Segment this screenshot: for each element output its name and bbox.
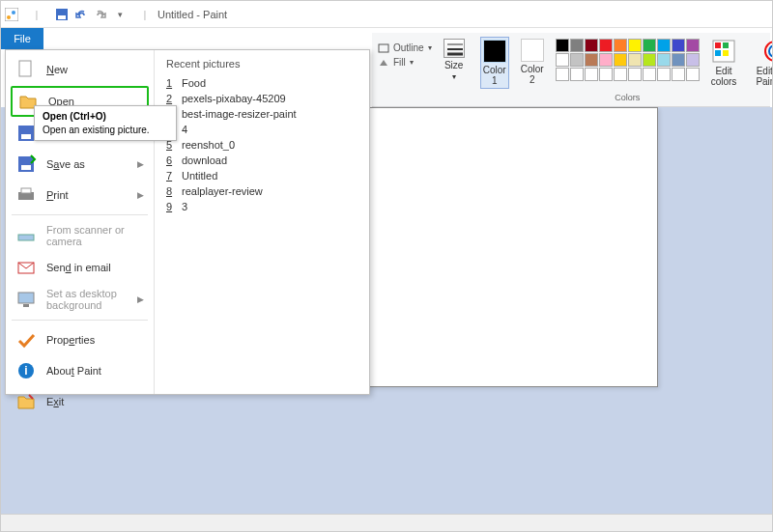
color-swatch[interactable] (585, 39, 598, 52)
submenu-arrow-icon: ▶ (137, 159, 144, 169)
edit-colors-button[interactable]: Edit colors (707, 37, 741, 89)
color-swatch[interactable] (585, 53, 598, 67)
desktop-icon (15, 289, 37, 310)
recent-item[interactable]: 6download (166, 153, 358, 168)
menu-label: Print (46, 189, 69, 201)
color-swatch[interactable] (686, 39, 700, 52)
color-swatch[interactable] (672, 53, 685, 67)
recent-index: 1 (166, 77, 176, 89)
color-swatch[interactable] (556, 68, 569, 81)
recent-item[interactable]: 2pexels-pixabay-45209 (166, 91, 358, 106)
recent-name: best-image-resizer-paint (182, 108, 297, 120)
file-tab[interactable]: File (1, 28, 43, 49)
color2-button[interactable]: Color 2 (517, 37, 548, 87)
menu-label: Set as desktop background (46, 288, 128, 311)
menu-new[interactable]: New (6, 54, 154, 85)
recent-item[interactable]: 93 (166, 199, 358, 214)
color-swatch[interactable] (556, 39, 569, 52)
color1-button[interactable]: Color 1 (480, 37, 509, 89)
color-swatch[interactable] (614, 68, 627, 81)
color-swatch[interactable] (599, 53, 613, 67)
color-swatch[interactable] (628, 68, 642, 81)
color-swatch[interactable] (672, 39, 685, 52)
menu-print[interactable]: Print▶ (6, 180, 154, 210)
recent-item[interactable]: 5reenshot_0 (166, 137, 358, 153)
color-swatch[interactable] (614, 39, 627, 52)
recent-pictures-panel: Recent pictures 1Food2pexels-pixabay-452… (155, 50, 369, 394)
submenu-arrow-icon: ▶ (137, 294, 144, 304)
print-icon (15, 184, 37, 206)
color-swatch[interactable] (657, 53, 671, 67)
svg-rect-5 (379, 44, 388, 52)
color-swatch[interactable] (599, 39, 613, 52)
svg-rect-13 (723, 50, 729, 56)
color-swatch[interactable] (686, 68, 700, 81)
status-bar (1, 514, 772, 531)
recent-item[interactable]: 8realplayer-review (166, 183, 358, 199)
submenu-arrow-icon: ▶ (137, 190, 144, 200)
menu-label: Exit (46, 396, 64, 407)
recent-item[interactable]: 3best-image-resizer-paint (166, 106, 358, 122)
recent-item[interactable]: 44 (166, 122, 358, 137)
new-icon (15, 59, 37, 80)
color-swatch[interactable] (686, 53, 700, 67)
menu-label: About Paint (46, 365, 101, 377)
menu-email[interactable]: Send in email (6, 252, 154, 283)
email-icon (15, 257, 37, 278)
menu-props[interactable]: Properties (6, 324, 154, 355)
menu-label: New (46, 64, 68, 75)
color-swatch[interactable] (570, 53, 584, 67)
tooltip-title: Open (Ctrl+O) (43, 111, 168, 122)
color-swatch[interactable] (657, 68, 671, 81)
color-swatch[interactable] (657, 39, 671, 52)
separator: | (30, 8, 43, 21)
about-icon: i (15, 360, 37, 381)
menu-scanner: From scanner or camera (6, 219, 154, 252)
props-icon (15, 329, 37, 350)
color-swatch[interactable] (643, 68, 656, 81)
color-swatch[interactable] (628, 53, 642, 67)
qat-dropdown-icon[interactable]: ▾ (113, 8, 127, 21)
svg-rect-21 (21, 165, 31, 170)
color-swatch[interactable] (643, 53, 656, 67)
color-swatch[interactable] (585, 68, 598, 81)
shape-options: Outline ▾ Fill ▾ (378, 37, 432, 102)
color-swatch[interactable] (599, 68, 613, 81)
open-tooltip: Open (Ctrl+O) Open an existing picture. (34, 105, 177, 141)
menu-label: Save as (46, 158, 85, 170)
recent-name: Food (182, 77, 206, 89)
color-swatch[interactable] (672, 68, 685, 81)
title-bar: | ▾ | Untitled - Paint (1, 1, 772, 28)
redo-icon[interactable] (94, 8, 107, 21)
svg-rect-12 (715, 50, 721, 56)
color-swatch[interactable] (643, 39, 656, 52)
color-palette[interactable] (556, 37, 700, 81)
recent-index: 9 (166, 201, 176, 212)
recent-item[interactable]: 7Untitled (166, 168, 358, 183)
file-menu: NewOpenSaveSave as▶Print▶From scanner or… (5, 49, 370, 395)
recent-name: 3 (182, 201, 187, 212)
recent-name: download (182, 154, 227, 166)
save-icon[interactable] (55, 8, 69, 21)
paint3d-button[interactable]: Edit with Paint 3D (752, 37, 773, 89)
svg-rect-27 (23, 304, 29, 307)
ribbon: Outline ▾ Fill ▾ Size▾ Color 1 Color 2 C… (372, 33, 770, 107)
outline-dropdown[interactable]: Outline ▾ (378, 42, 432, 53)
color-swatch[interactable] (614, 53, 627, 67)
color-swatch[interactable] (570, 39, 584, 52)
menu-exit[interactable]: Exit (6, 386, 154, 417)
color-swatch[interactable] (570, 68, 584, 81)
recent-name: Untitled (182, 170, 217, 182)
svg-rect-4 (58, 15, 66, 19)
color-swatch[interactable] (628, 39, 642, 52)
app-icon (5, 8, 18, 21)
scanner-icon (15, 225, 37, 246)
menu-saveas[interactable]: Save as▶ (6, 149, 154, 180)
recent-title: Recent pictures (166, 58, 358, 70)
size-button[interactable]: Size▾ (440, 37, 469, 83)
undo-icon[interactable] (74, 8, 88, 21)
fill-dropdown[interactable]: Fill ▾ (378, 57, 432, 68)
recent-item[interactable]: 1Food (166, 75, 358, 91)
menu-about[interactable]: iAbout Paint (6, 355, 154, 386)
color-swatch[interactable] (556, 53, 569, 67)
